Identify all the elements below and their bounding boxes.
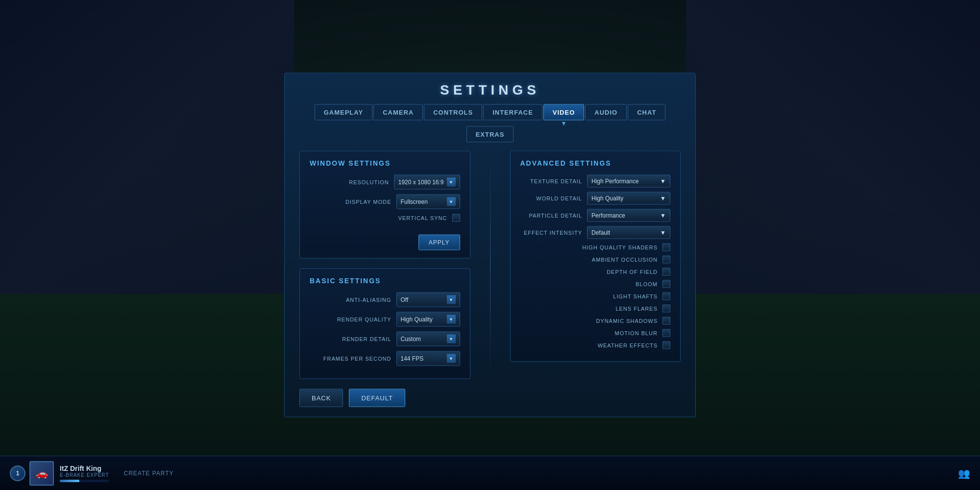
render-detail-label: RENDER DETAIL [342,336,391,342]
light-shafts-label: LIGHT SHAFTS [520,294,658,299]
render-quality-arrow-icon: ▼ [447,315,456,324]
depth-of-field-checkbox[interactable] [662,268,670,276]
display-mode-label: DISPLAY MODE [345,199,392,205]
fps-label: FRAMES PER SECOND [323,356,392,362]
level-badge: 1 [10,466,25,481]
anti-aliasing-value: Off [401,296,409,303]
motion-blur-row: MOTION BLUR [520,329,671,337]
display-mode-row: DISPLAY MODE Fullscreen ▼ [310,195,460,209]
window-settings-section: WINDOW SETTINGS RESOLUTION 1920 x 1080 1… [299,151,470,259]
friends-icon[interactable]: 👥 [958,467,970,479]
particle-detail-select[interactable]: Performance ▼ [587,209,670,222]
effect-intensity-select[interactable]: Default ▼ [587,226,670,239]
motion-blur-label: MOTION BLUR [520,330,658,336]
effect-intensity-arrow-icon: ▼ [660,229,666,236]
basic-settings-title: BASIC SETTINGS [310,277,460,285]
player-avatar-icon: 🚗 [36,467,48,479]
tab-gameplay[interactable]: GAMEPLAY [315,104,372,121]
resolution-select[interactable]: 1920 x 1080 16:9 ▼ [394,175,460,190]
fps-select[interactable]: 144 FPS ▼ [396,351,460,366]
lens-flares-row: LENS FLARES [520,305,671,313]
settings-modal: SETTINGS GAMEPLAY CAMERA CONTROLS INTERF… [284,73,696,417]
back-button[interactable]: BACK [299,389,343,407]
render-quality-value: High Quality [401,316,433,323]
render-detail-row: RENDER DETAIL Custom ▼ [310,332,460,346]
light-shafts-checkbox[interactable] [662,293,670,300]
world-detail-row: WORLD DETAIL High Quality ▼ [520,192,671,205]
player-name: ItZ Drift King [60,465,109,472]
dynamic-shadows-checkbox[interactable] [662,317,670,325]
lens-flares-checkbox[interactable] [662,305,670,313]
texture-detail-label: TEXTURE DETAIL [520,178,583,184]
tab-video[interactable]: VIDEO [543,104,584,121]
texture-detail-arrow-icon: ▼ [660,178,666,185]
texture-detail-row: TEXTURE DETAIL High Performance ▼ [520,175,671,188]
weather-effects-checkbox[interactable] [662,342,670,349]
anti-aliasing-select[interactable]: Off ▼ [396,293,460,307]
display-mode-arrow-icon: ▼ [447,197,456,206]
ambient-occlusion-row: AMBIENT OCCLUSION [520,256,671,264]
bottom-buttons: BACK DEFAULT [285,379,695,407]
tab-camera[interactable]: CAMERA [373,104,423,121]
window-settings-title: WINDOW SETTINGS [310,159,460,167]
tabs-container: GAMEPLAY CAMERA CONTROLS INTERFACE VIDEO… [285,104,695,151]
texture-detail-select[interactable]: High Performance ▼ [587,175,670,188]
advanced-settings-title: ADVANCED SETTINGS [520,159,671,167]
anti-aliasing-row: ANTI-ALIASING Off ▼ [310,293,460,307]
vertical-sync-checkbox[interactable] [452,214,460,222]
weather-effects-label: WEATHER EFFECTS [520,343,658,348]
render-detail-select[interactable]: Custom ▼ [396,332,460,346]
motion-blur-checkbox[interactable] [662,329,670,337]
bloom-row: BLOOM [520,280,671,288]
player-xp-fill [60,480,79,482]
light-shafts-row: LIGHT SHAFTS [520,293,671,300]
tab-chat[interactable]: CHAT [628,104,665,121]
effect-intensity-label: EFFECT INTENSITY [520,230,583,236]
display-mode-value: Fullscreen [401,198,428,205]
depth-of-field-label: DEPTH OF FIELD [520,269,658,275]
render-detail-arrow-icon: ▼ [447,335,456,343]
right-panel: ADVANCED SETTINGS TEXTURE DETAIL High Pe… [510,151,681,379]
tab-interface[interactable]: INTERFACE [483,104,542,121]
display-mode-select[interactable]: Fullscreen ▼ [396,195,460,209]
bloom-checkbox[interactable] [662,280,670,288]
player-info: ItZ Drift King E-BRAKE EXPERT [60,465,109,482]
depth-of-field-row: DEPTH OF FIELD [520,268,671,276]
left-panel: WINDOW SETTINGS RESOLUTION 1920 x 1080 1… [299,151,470,379]
create-party-button[interactable]: CREATE PARTY [124,470,174,477]
tab-extras[interactable]: EXTRAS [466,126,514,143]
settings-body: WINDOW SETTINGS RESOLUTION 1920 x 1080 1… [285,151,695,379]
basic-settings-section: BASIC SETTINGS ANTI-ALIASING Off ▼ RENDE… [299,269,470,379]
high-quality-shaders-checkbox[interactable] [662,244,670,251]
texture-detail-value: High Performance [591,178,639,185]
effect-intensity-value: Default [591,229,610,236]
tab-controls[interactable]: CONTROLS [424,104,482,121]
vertical-sync-label: VERTICAL SYNC [398,215,447,221]
vertical-sync-row: VERTICAL SYNC [310,214,460,222]
render-quality-select[interactable]: High Quality ▼ [396,312,460,327]
world-detail-value: High Quality [591,195,623,202]
tab-audio[interactable]: AUDIO [585,104,627,121]
weather-effects-row: WEATHER EFFECTS [520,342,671,349]
panel-divider [490,151,490,379]
ambient-occlusion-label: AMBIENT OCCLUSION [520,257,658,263]
particle-detail-label: PARTICLE DETAIL [520,213,583,219]
apply-button[interactable]: APPLY [418,235,460,250]
default-button[interactable]: DEFAULT [349,389,405,407]
world-detail-arrow-icon: ▼ [660,195,666,202]
settings-title: SETTINGS [285,74,695,104]
anti-aliasing-label: ANTI-ALIASING [346,297,391,303]
lens-flares-label: LENS FLARES [520,306,658,312]
player-xp-bar [60,480,109,482]
dynamic-shadows-label: DYNAMIC SHADOWS [520,318,658,324]
render-quality-row: RENDER QUALITY High Quality ▼ [310,312,460,327]
bloom-label: BLOOM [520,281,658,287]
player-avatar: 🚗 [29,461,54,486]
resolution-label: RESOLUTION [349,179,389,185]
world-detail-select[interactable]: High Quality ▼ [587,192,670,205]
fps-arrow-icon: ▼ [447,354,456,363]
particle-detail-value: Performance [591,212,625,219]
ambient-occlusion-checkbox[interactable] [662,256,670,264]
world-detail-label: WORLD DETAIL [520,196,583,201]
advanced-settings-section: ADVANCED SETTINGS TEXTURE DETAIL High Pe… [510,151,681,362]
